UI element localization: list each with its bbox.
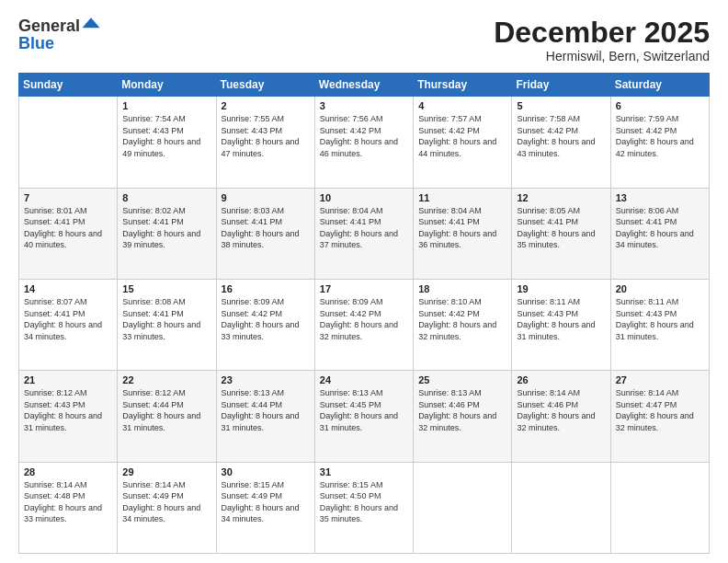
calendar-cell: 3 Sunrise: 7:56 AMSunset: 4:42 PMDayligh… xyxy=(314,97,413,188)
calendar-cell: 1 Sunrise: 7:54 AMSunset: 4:43 PMDayligh… xyxy=(118,97,216,188)
day-number: 21 xyxy=(24,374,112,385)
cell-info: Sunrise: 8:04 AMSunset: 4:41 PMDaylight:… xyxy=(320,205,408,251)
calendar-week-row: 7 Sunrise: 8:01 AMSunset: 4:41 PMDayligh… xyxy=(19,188,710,279)
calendar-cell: 2 Sunrise: 7:55 AMSunset: 4:43 PMDayligh… xyxy=(216,97,314,188)
day-number: 10 xyxy=(320,192,408,203)
day-number: 6 xyxy=(616,100,704,111)
cell-info: Sunrise: 7:58 AMSunset: 4:42 PMDaylight:… xyxy=(517,113,605,159)
month-title: December 2025 xyxy=(494,17,710,49)
cell-info: Sunrise: 8:08 AMSunset: 4:41 PMDaylight:… xyxy=(122,296,210,342)
calendar-week-row: 14 Sunrise: 8:07 AMSunset: 4:41 PMDaylig… xyxy=(19,279,710,370)
calendar-cell: 26 Sunrise: 8:14 AMSunset: 4:46 PMDaylig… xyxy=(512,371,610,462)
calendar-cell: 17 Sunrise: 8:09 AMSunset: 4:42 PMDaylig… xyxy=(314,279,413,370)
day-number: 26 xyxy=(517,374,605,385)
cell-info: Sunrise: 7:57 AMSunset: 4:42 PMDaylight:… xyxy=(418,113,506,159)
day-number: 3 xyxy=(320,100,408,111)
title-block: December 2025 Hermiswil, Bern, Switzerla… xyxy=(494,17,710,63)
day-number: 13 xyxy=(616,192,704,203)
logo-blue: Blue xyxy=(18,34,54,53)
calendar-week-row: 21 Sunrise: 8:12 AMSunset: 4:43 PMDaylig… xyxy=(19,371,710,462)
header-wednesday: Wednesday xyxy=(314,74,413,97)
cell-info: Sunrise: 8:13 AMSunset: 4:44 PMDaylight:… xyxy=(222,387,310,433)
calendar-cell xyxy=(414,462,512,553)
day-number: 30 xyxy=(222,466,310,477)
cell-info: Sunrise: 8:13 AMSunset: 4:46 PMDaylight:… xyxy=(418,387,506,433)
day-number: 27 xyxy=(616,374,704,385)
calendar-cell: 20 Sunrise: 8:11 AMSunset: 4:43 PMDaylig… xyxy=(610,279,709,370)
header: General Blue December 2025 Hermiswil, Be… xyxy=(18,17,710,63)
cell-info: Sunrise: 8:09 AMSunset: 4:42 PMDaylight:… xyxy=(222,296,310,342)
cell-info: Sunrise: 8:05 AMSunset: 4:41 PMDaylight:… xyxy=(517,205,605,251)
calendar-table: Sunday Monday Tuesday Wednesday Thursday… xyxy=(18,73,710,554)
header-tuesday: Tuesday xyxy=(216,74,314,97)
svg-marker-0 xyxy=(83,17,100,28)
page: General Blue December 2025 Hermiswil, Be… xyxy=(0,0,728,563)
cell-info: Sunrise: 8:11 AMSunset: 4:43 PMDaylight:… xyxy=(517,296,605,342)
calendar-cell xyxy=(610,462,709,553)
cell-info: Sunrise: 8:15 AMSunset: 4:49 PMDaylight:… xyxy=(222,479,310,525)
calendar-cell: 28 Sunrise: 8:14 AMSunset: 4:48 PMDaylig… xyxy=(19,462,118,553)
header-thursday: Thursday xyxy=(414,74,512,97)
cell-info: Sunrise: 8:10 AMSunset: 4:42 PMDaylight:… xyxy=(418,296,506,342)
day-number: 20 xyxy=(616,283,704,294)
cell-info: Sunrise: 7:59 AMSunset: 4:42 PMDaylight:… xyxy=(616,113,704,159)
cell-info: Sunrise: 8:12 AMSunset: 4:44 PMDaylight:… xyxy=(122,387,210,433)
weekday-header-row: Sunday Monday Tuesday Wednesday Thursday… xyxy=(19,74,710,97)
day-number: 8 xyxy=(122,192,210,203)
calendar-cell xyxy=(512,462,610,553)
logo: General Blue xyxy=(18,17,101,53)
day-number: 2 xyxy=(222,100,310,111)
day-number: 4 xyxy=(418,100,506,111)
day-number: 17 xyxy=(320,283,408,294)
calendar-cell: 10 Sunrise: 8:04 AMSunset: 4:41 PMDaylig… xyxy=(314,188,413,279)
calendar-cell: 13 Sunrise: 8:06 AMSunset: 4:41 PMDaylig… xyxy=(610,188,709,279)
cell-info: Sunrise: 8:14 AMSunset: 4:49 PMDaylight:… xyxy=(122,479,210,525)
calendar-week-row: 28 Sunrise: 8:14 AMSunset: 4:48 PMDaylig… xyxy=(19,462,710,553)
cell-info: Sunrise: 8:14 AMSunset: 4:47 PMDaylight:… xyxy=(616,387,704,433)
calendar-cell: 21 Sunrise: 8:12 AMSunset: 4:43 PMDaylig… xyxy=(19,371,118,462)
cell-info: Sunrise: 7:55 AMSunset: 4:43 PMDaylight:… xyxy=(222,113,310,159)
calendar-cell: 27 Sunrise: 8:14 AMSunset: 4:47 PMDaylig… xyxy=(610,371,709,462)
cell-info: Sunrise: 8:07 AMSunset: 4:41 PMDaylight:… xyxy=(24,296,112,342)
calendar-cell: 12 Sunrise: 8:05 AMSunset: 4:41 PMDaylig… xyxy=(512,188,610,279)
calendar-cell: 14 Sunrise: 8:07 AMSunset: 4:41 PMDaylig… xyxy=(19,279,118,370)
calendar-cell: 9 Sunrise: 8:03 AMSunset: 4:41 PMDayligh… xyxy=(216,188,314,279)
calendar-cell: 15 Sunrise: 8:08 AMSunset: 4:41 PMDaylig… xyxy=(118,279,216,370)
calendar-cell: 31 Sunrise: 8:15 AMSunset: 4:50 PMDaylig… xyxy=(314,462,413,553)
calendar-cell: 23 Sunrise: 8:13 AMSunset: 4:44 PMDaylig… xyxy=(216,371,314,462)
day-number: 25 xyxy=(418,374,506,385)
calendar-cell: 6 Sunrise: 7:59 AMSunset: 4:42 PMDayligh… xyxy=(610,97,709,188)
calendar-cell: 7 Sunrise: 8:01 AMSunset: 4:41 PMDayligh… xyxy=(19,188,118,279)
calendar-cell: 16 Sunrise: 8:09 AMSunset: 4:42 PMDaylig… xyxy=(216,279,314,370)
day-number: 1 xyxy=(122,100,210,111)
day-number: 11 xyxy=(418,192,506,203)
day-number: 5 xyxy=(517,100,605,111)
logo-general: General xyxy=(18,17,80,36)
calendar-cell: 5 Sunrise: 7:58 AMSunset: 4:42 PMDayligh… xyxy=(512,97,610,188)
cell-info: Sunrise: 8:03 AMSunset: 4:41 PMDaylight:… xyxy=(222,205,310,251)
day-number: 28 xyxy=(24,466,112,477)
cell-info: Sunrise: 8:14 AMSunset: 4:46 PMDaylight:… xyxy=(517,387,605,433)
day-number: 24 xyxy=(320,374,408,385)
day-number: 14 xyxy=(24,283,112,294)
calendar-week-row: 1 Sunrise: 7:54 AMSunset: 4:43 PMDayligh… xyxy=(19,97,710,188)
logo-triangle-icon xyxy=(81,16,101,36)
day-number: 18 xyxy=(418,283,506,294)
cell-info: Sunrise: 8:15 AMSunset: 4:50 PMDaylight:… xyxy=(320,479,408,525)
header-saturday: Saturday xyxy=(610,74,709,97)
calendar-cell xyxy=(19,97,118,188)
cell-info: Sunrise: 8:02 AMSunset: 4:41 PMDaylight:… xyxy=(122,205,210,251)
cell-info: Sunrise: 8:11 AMSunset: 4:43 PMDaylight:… xyxy=(616,296,704,342)
day-number: 16 xyxy=(222,283,310,294)
day-number: 23 xyxy=(222,374,310,385)
day-number: 12 xyxy=(517,192,605,203)
calendar-cell: 22 Sunrise: 8:12 AMSunset: 4:44 PMDaylig… xyxy=(118,371,216,462)
cell-info: Sunrise: 8:13 AMSunset: 4:45 PMDaylight:… xyxy=(320,387,408,433)
day-number: 22 xyxy=(122,374,210,385)
cell-info: Sunrise: 8:04 AMSunset: 4:41 PMDaylight:… xyxy=(418,205,506,251)
calendar-cell: 24 Sunrise: 8:13 AMSunset: 4:45 PMDaylig… xyxy=(314,371,413,462)
day-number: 15 xyxy=(122,283,210,294)
calendar-cell: 8 Sunrise: 8:02 AMSunset: 4:41 PMDayligh… xyxy=(118,188,216,279)
calendar-cell: 25 Sunrise: 8:13 AMSunset: 4:46 PMDaylig… xyxy=(414,371,512,462)
cell-info: Sunrise: 8:01 AMSunset: 4:41 PMDaylight:… xyxy=(24,205,112,251)
